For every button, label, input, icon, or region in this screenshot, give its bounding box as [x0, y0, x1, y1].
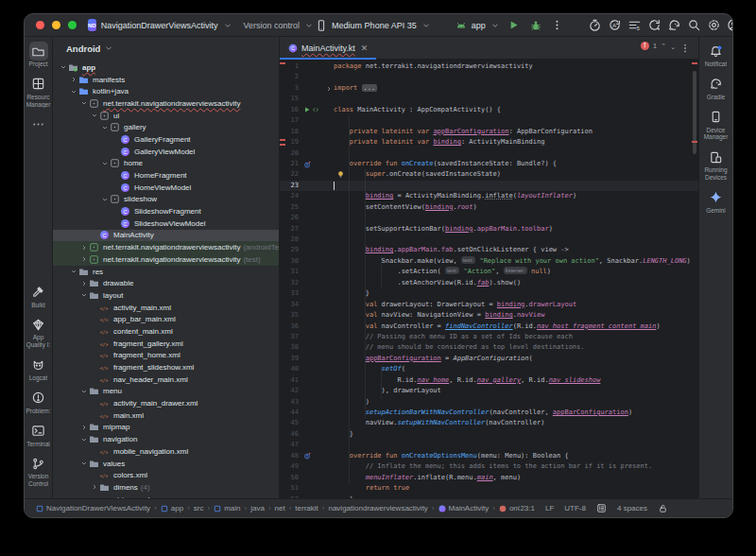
- code-line-22[interactable]: 22 super.onCreate(savedInstanceState): [280, 169, 698, 180]
- code-line-48[interactable]: 48 override fun onCreateOptionsMenu(menu…: [280, 451, 698, 461]
- override-gutter-icon[interactable]: [303, 161, 311, 168]
- code-line-50[interactable]: 50 menuInflater.inflate(R.menu.main, men…: [280, 473, 698, 483]
- tree-item-app[interactable]: app: [53, 61, 279, 74]
- tree-item-net-terrakit-navigationdrawerviewsactivity[interactable]: net.terrakit.navigationdrawerviewsactivi…: [53, 241, 279, 253]
- code-line-46[interactable]: 46 }: [280, 429, 698, 440]
- tree-item-net-terrakit-navigationdrawerviewsactivity[interactable]: net.terrakit.navigationdrawerviewsactivi…: [53, 97, 279, 110]
- code-line-51[interactable]: 51 return true: [280, 483, 698, 494]
- code-line-43[interactable]: 43 ): [280, 397, 698, 408]
- tree-item-galleryviewmodel[interactable]: CGalleryViewModel: [53, 146, 279, 158]
- zoom-window-button[interactable]: [68, 21, 77, 29]
- chevron-down-icon[interactable]: [100, 196, 109, 203]
- tree-item-ui[interactable]: ui: [53, 110, 279, 122]
- breadcrumb-java[interactable]: java: [250, 504, 265, 513]
- tool-button-notifications[interactable]: Notificat: [699, 42, 732, 68]
- chevron-down-icon[interactable]: [79, 460, 88, 467]
- code-line-3[interactable]: 3import ...: [280, 83, 698, 94]
- code-line-32[interactable]: 32 .setAnchorView(R.id.fab).show(): [280, 278, 698, 288]
- tree-item-drawable[interactable]: drawable: [53, 277, 279, 289]
- device-selector[interactable]: Medium Phone API 35: [314, 18, 431, 33]
- code-area[interactable]: 1package net.terrakit.navigationdrawervi…: [280, 60, 698, 498]
- chevron-down-icon[interactable]: [79, 436, 88, 443]
- breadcrumb-net[interactable]: net: [275, 504, 285, 513]
- code-line-33[interactable]: 33 }: [280, 288, 698, 299]
- editor-options-button[interactable]: [679, 37, 698, 59]
- run-button[interactable]: [507, 18, 522, 33]
- tree-item-gallery[interactable]: gallery: [53, 121, 279, 133]
- code-line-1[interactable]: 1package net.terrakit.navigationdrawervi…: [280, 61, 698, 72]
- code-line-19[interactable]: 19 private lateinit var binding: Activit…: [280, 137, 698, 148]
- tool-button-more[interactable]: [25, 114, 52, 133]
- tree-item-fragment-home-xml[interactable]: </>fragment_home.xml: [53, 350, 279, 362]
- account-button[interactable]: [727, 18, 733, 33]
- code-line-21[interactable]: 21 override fun onCreate(savedInstanceSt…: [280, 159, 698, 169]
- code-line-38[interactable]: 38 // menu should be considered as top l…: [280, 342, 698, 353]
- vcs-widget[interactable]: Version control: [244, 21, 315, 30]
- override-gutter-icon[interactable]: [303, 452, 311, 460]
- code-line-30[interactable]: 30 Snackbar.make(view, text: "Replace wi…: [280, 256, 698, 267]
- breadcrumb-main[interactable]: main: [214, 504, 240, 513]
- code-line-41[interactable]: 41 R.id.nav_home, R.id.nav_gallery, R.id…: [280, 375, 698, 386]
- code-line-15[interactable]: 15: [280, 94, 698, 104]
- unlock-icon[interactable]: [658, 503, 668, 513]
- run-configuration-selector[interactable]: app: [454, 18, 500, 33]
- code-line-27[interactable]: 27 setSupportActionBar(binding.appBarMai…: [280, 224, 698, 235]
- tree-item-home[interactable]: home: [53, 158, 279, 170]
- tool-button-resource-manager[interactable]: Resourc Manager: [25, 75, 52, 109]
- debug-button[interactable]: [528, 18, 543, 33]
- breadcrumb-navigationdrawerviewsactivity[interactable]: navigationdrawerviewsactivity: [328, 504, 427, 513]
- code-line-26[interactable]: 26: [280, 213, 698, 223]
- tool-button-gemini[interactable]: Gemini: [699, 188, 732, 215]
- status-4-spaces[interactable]: 4 spaces: [617, 504, 647, 513]
- build-variants-button[interactable]: 5: [627, 18, 643, 33]
- breadcrumb-oncreate[interactable]: onCreate: [499, 504, 520, 513]
- tool-button-device-manager[interactable]: Device Manager: [699, 108, 732, 142]
- search-button[interactable]: [687, 18, 702, 33]
- tree-item-main-xml[interactable]: </>main.xml: [53, 409, 279, 422]
- previous-problem-button[interactable]: ⌃: [661, 43, 666, 50]
- tool-button-problems[interactable]: Problem:: [25, 389, 52, 415]
- chevron-down-icon[interactable]: [100, 124, 109, 131]
- code-line-37[interactable]: 37 // Passing each menu ID as a set of I…: [280, 332, 698, 342]
- error-stripe-mark[interactable]: [692, 62, 697, 64]
- code-line-31[interactable]: 31 .setAction( text: "Action", listener:…: [280, 267, 698, 277]
- tree-item-nav-header-main-xml[interactable]: </>nav_header_main.xml: [53, 374, 279, 386]
- indent-icon[interactable]: [596, 503, 607, 513]
- tree-item-mainactivity[interactable]: CMainActivity: [53, 230, 279, 242]
- tool-button-running-devices[interactable]: Running Devices: [699, 148, 732, 182]
- tree-item-layout[interactable]: layout: [53, 289, 279, 302]
- code-line-20[interactable]: 20: [280, 148, 698, 159]
- status-lf[interactable]: LF: [545, 504, 554, 513]
- code-line-45[interactable]: 45 navView.setupWithNavController(navCon…: [280, 418, 698, 428]
- device-mirroring-button[interactable]: A: [608, 18, 623, 33]
- chevron-right-icon[interactable]: [79, 280, 88, 287]
- error-stripe-mark[interactable]: [692, 141, 697, 143]
- tree-item-dimens[interactable]: dimens(4): [53, 481, 279, 494]
- code-line-40[interactable]: 40 setOf(: [280, 364, 698, 374]
- more-actions-button[interactable]: [550, 18, 565, 33]
- chevron-right-icon[interactable]: [79, 255, 88, 263]
- tool-button-gradle[interactable]: Gradle: [699, 75, 732, 101]
- chevron-down-icon[interactable]: [69, 88, 77, 96]
- tree-item-slideshowviewmodel[interactable]: CSlideshowViewModel: [53, 217, 279, 230]
- tree-item-res[interactable]: res: [53, 266, 279, 278]
- tree-item-galleryfragment[interactable]: CGalleryFragment: [53, 133, 279, 146]
- code-line-29[interactable]: 29 binding.appBarMain.fab.setOnClickList…: [280, 245, 698, 255]
- code-line-49[interactable]: 49 // Inflate the menu; this adds items …: [280, 461, 698, 472]
- intention-bulb-icon[interactable]: [336, 170, 345, 179]
- tree-item-app-bar-main-xml[interactable]: </>app_bar_main.xml: [53, 313, 279, 325]
- tree-item-navigation[interactable]: navigation: [53, 433, 279, 445]
- tree-item-net-terrakit-navigationdrawerviewsactivity[interactable]: net.terrakit.navigationdrawerviewsactivi…: [53, 253, 279, 266]
- tree-item-mobile-navigation-xml[interactable]: </>mobile_navigation.xml: [53, 445, 279, 458]
- tree-item-colors-xml[interactable]: </>colors.xml: [53, 469, 279, 481]
- tool-button-terminal[interactable]: Terminal: [25, 422, 52, 448]
- tree-item-fragment-gallery-xml[interactable]: </>fragment_gallery.xml: [53, 338, 279, 350]
- close-tab-icon[interactable]: ✕: [361, 43, 369, 53]
- tree-item-fragment-slideshow-xml[interactable]: </>fragment_slideshow.xml: [53, 361, 279, 374]
- breadcrumb-navigationdrawerviewsactivity[interactable]: NavigationDrawerViewsActivity: [36, 504, 150, 513]
- tool-button-app-quality-insights[interactable]: App Quality I:: [25, 315, 52, 349]
- breadcrumb-terrakit[interactable]: terrakit: [295, 504, 318, 513]
- tool-button-build[interactable]: Build: [25, 283, 52, 309]
- code-line-24[interactable]: 24 binding = ActivityMainBinding.inflate…: [280, 191, 698, 201]
- tree-item-homefragment[interactable]: CHomeFragment: [53, 169, 279, 182]
